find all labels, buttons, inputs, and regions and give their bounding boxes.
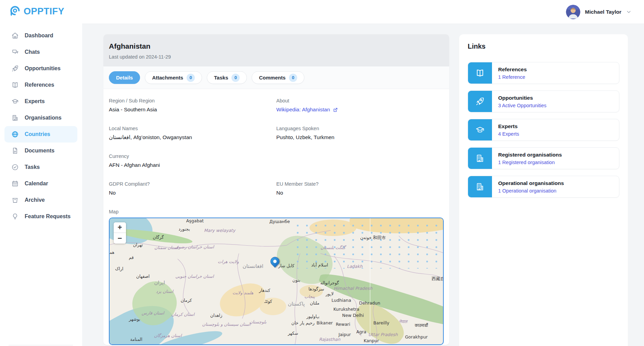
- sidebar-item-experts[interactable]: Experts: [4, 93, 77, 110]
- sidebar-menu: Dashboard Chats Opportunities References…: [0, 18, 82, 225]
- map-place-label: ملتان: [310, 300, 319, 305]
- sidebar-item-label: Documents: [25, 148, 54, 154]
- sidebar-item-label: Experts: [25, 98, 45, 104]
- links-title: Links: [468, 42, 619, 50]
- archive-icon: [11, 196, 19, 204]
- tab-attachments[interactable]: Attachments 0: [145, 71, 202, 84]
- topbar: Michael Taylor: [82, 0, 644, 24]
- map-place-label: Rewari: [336, 322, 350, 327]
- map-place-label: Ludhiana: [331, 298, 351, 303]
- rocket-icon: [11, 65, 19, 72]
- map-place-label: خوتەن 和田市: [360, 235, 386, 241]
- field-value: افغانستان, Afg’oniston, Owganystan: [109, 134, 276, 140]
- map-place-label: رحیم یار خان: [291, 320, 315, 325]
- sidebar-item-label: Feature Requests: [25, 213, 71, 220]
- sidebar-item-feature-requests[interactable]: Feature Requests: [4, 208, 77, 225]
- map-place-label: گرگان: [153, 235, 164, 240]
- field-spacer: [276, 153, 444, 168]
- link-card-link[interactable]: 1 Reference: [498, 74, 527, 80]
- sidebar-item-tasks[interactable]: Tasks: [4, 159, 77, 175]
- map-place-label: تهران: [133, 242, 143, 247]
- map-place-label: بہاولپور: [306, 314, 319, 319]
- link-card-opportunities[interactable]: Opportunities 3 Active Opportunities: [468, 90, 619, 112]
- map-place-label: سکھر: [288, 330, 298, 335]
- map-place-label: Rajasthan: [319, 337, 340, 342]
- building-icon: [11, 114, 19, 122]
- tab-count-badge: 0: [187, 74, 195, 82]
- tab-count-badge: 0: [231, 74, 240, 82]
- map-place-label: استان فارس: [142, 310, 164, 316]
- map-place-label: کندهار: [259, 287, 270, 293]
- brand-logo[interactable]: OPPTIFY: [0, 0, 82, 18]
- link-card-title: Experts: [498, 123, 519, 129]
- map-place-label: همد: [109, 250, 114, 255]
- link-card-link[interactable]: 1 Registered organisation: [498, 160, 562, 165]
- content-area: Afghanistan Last updated on 2024-11-29 D…: [82, 24, 644, 346]
- field-value: Asia - Southern Asia: [109, 107, 276, 113]
- map-place-label: Bareilly: [373, 320, 389, 325]
- link-card-references[interactable]: References 1 Reference: [468, 62, 619, 84]
- map-place-label: استان کرمان: [172, 311, 194, 317]
- link-card-experts[interactable]: Experts 4 Experts: [468, 119, 619, 141]
- sidebar-item-documents[interactable]: Documents: [4, 143, 77, 159]
- map-place-label: Agra: [356, 329, 366, 334]
- tab-tasks[interactable]: Tasks 0: [207, 71, 247, 84]
- zoom-in-button[interactable]: +: [114, 222, 126, 233]
- link-card-registered-organisations[interactable]: Registered organisations 1 Registered or…: [468, 147, 619, 169]
- sidebar-item-label: References: [25, 82, 54, 88]
- chat-icon: [11, 48, 19, 56]
- last-updated-text: Last updated on 2024-11-29: [109, 54, 444, 60]
- brand-logo-icon: [9, 5, 21, 18]
- map-place-label: Dehradun: [359, 300, 380, 305]
- map-place-label: بلوچستان: [250, 319, 267, 324]
- graduation-cap-icon: [468, 119, 492, 140]
- map-place-label: Aşgabat: [186, 218, 204, 223]
- graduation-cap-icon: [11, 98, 19, 105]
- link-card-link[interactable]: 1 Operational organisation: [498, 188, 564, 194]
- main-area: Michael Taylor Afghanistan Last updated …: [82, 0, 644, 346]
- sidebar-item-label: Chats: [25, 49, 40, 55]
- tab-details[interactable]: Details: [109, 71, 140, 84]
- link-card-operational-organisations[interactable]: Operational organisations 1 Operational …: [468, 176, 619, 198]
- book-open-icon: [468, 62, 492, 84]
- field-region: Region / Sub Region Asia - Southern Asia: [109, 98, 276, 113]
- map-place-label: Jaipur: [339, 332, 351, 337]
- map-place-label: Gorakhpur: [405, 334, 428, 339]
- sidebar-item-organisations[interactable]: Organisations: [4, 110, 77, 126]
- map-place-label: بوشهر: [129, 317, 140, 322]
- map-place-label: New Delhi: [342, 313, 364, 318]
- zoom-out-button[interactable]: −: [114, 233, 126, 244]
- map-place-label: سرگودها: [308, 286, 324, 292]
- home-icon: [11, 32, 19, 39]
- map-place-label: استان سمنان: [154, 245, 178, 250]
- sidebar-item-calendar[interactable]: Calendar: [4, 175, 77, 192]
- map-place-label: Himachal Pradesh: [334, 286, 372, 291]
- field-value: No: [276, 190, 444, 196]
- sidebar-item-opportunities[interactable]: Opportunities: [4, 60, 77, 77]
- map-place-label: Kanpur: [364, 338, 379, 343]
- map-place-label: Ladakh: [347, 263, 362, 269]
- map-place-label: کابل ښار: [278, 263, 294, 268]
- map-place-label: Mary welayaty: [204, 228, 235, 233]
- field-label: Region / Sub Region: [109, 98, 276, 103]
- map[interactable]: AşgabatДушанбеبجنوردگرگانتهرانقماراکهمدا…: [109, 218, 444, 345]
- field-map: Map: [109, 209, 444, 345]
- map-place-label: اسلام آباد: [311, 262, 328, 268]
- wikipedia-link[interactable]: Wikipedia: Afghanistan: [276, 107, 338, 113]
- user-menu[interactable]: Michael Taylor: [566, 5, 632, 19]
- sidebar-item-countries[interactable]: Countries: [4, 126, 77, 143]
- links-panel: Links References 1 Reference Opp: [459, 34, 628, 346]
- link-card-link[interactable]: 4 Experts: [498, 131, 519, 137]
- map-place-label: Kurukshetra: [333, 306, 359, 311]
- app-root: OPPTIFY Dashboard Chats Opportunities Re…: [0, 0, 644, 346]
- link-card-title: Opportunities: [498, 95, 546, 101]
- sidebar-item-references[interactable]: References: [4, 77, 77, 93]
- sidebar-item-archive[interactable]: Archive: [4, 192, 77, 208]
- sidebar-item-chats[interactable]: Chats: [4, 44, 77, 60]
- tab-label: Tasks: [214, 75, 228, 81]
- link-card-link[interactable]: 3 Active Opportunities: [498, 103, 546, 108]
- tab-comments[interactable]: Comments 0: [252, 71, 304, 84]
- sidebar-item-dashboard[interactable]: Dashboard: [4, 27, 77, 44]
- sidebar-item-label: Calendar: [25, 181, 48, 187]
- tab-label: Details: [116, 75, 133, 81]
